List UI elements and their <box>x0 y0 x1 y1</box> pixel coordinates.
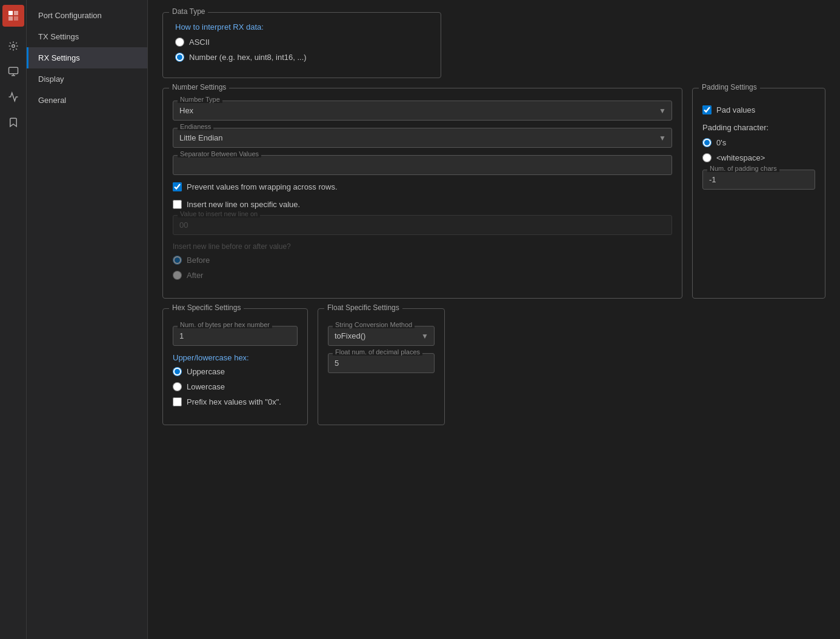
endianess-select[interactable]: Little Endian Big Endian <box>173 128 672 148</box>
insert-newline-checkbox-item[interactable]: Insert new line on specific value. <box>173 200 672 209</box>
prefix-label: Prefix hex values with "0x". <box>187 397 281 406</box>
padding-char-label: Padding character: <box>702 123 815 132</box>
whitespace-label: <whitespace> <box>716 153 765 162</box>
number-radio-item[interactable]: Number (e.g. hex, uint8, int16, ...) <box>175 53 428 62</box>
pad-values-checkbox[interactable] <box>702 105 712 114</box>
num-bytes-label: Num. of bytes per hex number <box>178 321 272 328</box>
separator-input[interactable] <box>173 155 672 175</box>
prevent-wrapping-checkbox[interactable] <box>173 182 182 191</box>
middle-row: Number Settings Number Type Hex uint8 in… <box>162 88 825 299</box>
prevent-wrapping-label: Prevent values from wrapping across rows… <box>187 182 338 191</box>
separator-group: Separator Between Values <box>173 155 672 175</box>
string-conversion-label: String Conversion Method <box>333 321 415 328</box>
nav-item-general[interactable]: General <box>27 90 147 111</box>
after-label: After <box>187 271 203 280</box>
app-logo[interactable] <box>2 5 24 27</box>
nav-item-display[interactable]: Display <box>27 68 147 90</box>
upper-lowercase-label: Upper/lowercase hex: <box>173 353 298 362</box>
string-conversion-wrapper: String Conversion Method toFixed() toExp… <box>328 326 435 346</box>
zeros-label: 0's <box>716 138 726 147</box>
insert-newline-label: Insert new line on specific value. <box>187 200 300 209</box>
value-newline-label: Value to insert new line on <box>178 210 260 217</box>
lowercase-label: Lowercase <box>187 382 225 391</box>
bottom-row: Hex Specific Settings Num. of bytes per … <box>162 308 825 425</box>
chart-nav-icon[interactable] <box>2 86 24 108</box>
zeros-radio-item[interactable]: 0's <box>702 138 815 147</box>
number-type-label: Number Type <box>178 96 222 103</box>
settings-nav-icon[interactable] <box>2 35 24 57</box>
lowercase-radio-item[interactable]: Lowercase <box>173 382 298 391</box>
after-radio-item[interactable]: After <box>173 271 672 280</box>
string-conversion-select[interactable]: toFixed() toExponential() toPrecision() <box>328 326 435 346</box>
uppercase-radio-item[interactable]: Uppercase <box>173 367 298 376</box>
svg-rect-1 <box>14 11 18 15</box>
svg-rect-3 <box>14 16 18 21</box>
ascii-label: ASCII <box>189 38 210 47</box>
uppercase-radio[interactable] <box>173 367 182 376</box>
how-to-label: How to interpret RX data: <box>175 22 428 31</box>
whitespace-radio[interactable] <box>702 153 712 162</box>
number-settings-box: Number Settings Number Type Hex uint8 in… <box>162 88 682 299</box>
float-settings-title: Float Specific Settings <box>324 303 402 312</box>
insert-newline-checkbox[interactable] <box>173 200 182 209</box>
num-bytes-input[interactable] <box>173 326 298 346</box>
value-newline-group: Value to insert new line on <box>173 215 672 235</box>
float-settings-box: Float Specific Settings String Conversio… <box>318 308 445 425</box>
ascii-radio[interactable] <box>175 38 184 47</box>
pad-values-checkbox-item[interactable]: Pad values <box>702 105 815 114</box>
num-padding-chars-input[interactable] <box>702 170 815 190</box>
before-label: Before <box>187 256 210 265</box>
svg-rect-5 <box>8 67 18 74</box>
nav-item-port-configuration[interactable]: Port Configuration <box>27 5 147 26</box>
num-padding-chars-label: Num. of padding chars <box>707 165 779 172</box>
display-nav-icon[interactable] <box>2 61 24 82</box>
svg-point-4 <box>12 45 15 48</box>
nav-sidebar: Port Configuration TX Settings RX Settin… <box>27 0 148 639</box>
number-label: Number (e.g. hex, uint8, int16, ...) <box>189 53 307 62</box>
hex-settings-box: Hex Specific Settings Num. of bytes per … <box>162 308 308 425</box>
zeros-radio[interactable] <box>702 138 712 147</box>
svg-rect-2 <box>8 16 13 21</box>
main-content: Data Type How to interpret RX data: ASCI… <box>148 0 840 639</box>
prefix-checkbox-item[interactable]: Prefix hex values with "0x". <box>173 397 298 406</box>
before-after-group: Insert new line before or after value? B… <box>173 242 672 280</box>
number-type-select[interactable]: Hex uint8 int8 uint16 int16 float32 <box>173 101 672 121</box>
prevent-wrapping-checkbox-item[interactable]: Prevent values from wrapping across rows… <box>173 182 672 191</box>
number-type-wrapper: Number Type Hex uint8 int8 uint16 int16 … <box>173 101 672 121</box>
padding-settings-box: Padding Settings Pad values Padding char… <box>692 88 825 299</box>
prefix-checkbox[interactable] <box>173 397 182 406</box>
data-type-title: Data Type <box>169 7 208 16</box>
float-decimal-group: Float num. of decimal places <box>328 353 435 373</box>
ascii-radio-item[interactable]: ASCII <box>175 38 428 47</box>
value-newline-input[interactable] <box>173 215 672 235</box>
float-decimal-label: Float num. of decimal places <box>333 348 422 356</box>
data-type-section: Data Type How to interpret RX data: ASCI… <box>162 12 441 78</box>
num-bytes-group: Num. of bytes per hex number <box>173 326 298 346</box>
number-settings-title: Number Settings <box>169 83 229 91</box>
before-radio[interactable] <box>173 256 182 265</box>
float-decimal-input[interactable] <box>328 353 435 373</box>
separator-label: Separator Between Values <box>178 150 261 157</box>
lowercase-radio[interactable] <box>173 382 182 391</box>
svg-rect-0 <box>8 11 13 15</box>
nav-item-tx-settings[interactable]: TX Settings <box>27 26 147 47</box>
num-padding-chars-group: Num. of padding chars <box>702 170 815 190</box>
pad-section: Pad values Padding character: 0's <white… <box>702 101 815 190</box>
bookmark-nav-icon[interactable] <box>2 111 24 133</box>
whitespace-radio-item[interactable]: <whitespace> <box>702 153 815 162</box>
before-after-label: Insert new line before or after value? <box>173 242 672 251</box>
nav-item-rx-settings[interactable]: RX Settings <box>27 47 147 68</box>
endianess-label: Endianess <box>178 123 213 130</box>
pad-values-label: Pad values <box>716 105 755 114</box>
icon-rail <box>0 0 27 639</box>
padding-settings-title: Padding Settings <box>699 83 760 91</box>
endianess-wrapper: Endianess Little Endian Big Endian ▼ <box>173 128 672 148</box>
uppercase-label: Uppercase <box>187 367 225 376</box>
after-radio[interactable] <box>173 271 182 280</box>
hex-settings-title: Hex Specific Settings <box>169 303 244 312</box>
number-radio[interactable] <box>175 53 184 62</box>
before-radio-item[interactable]: Before <box>173 256 672 265</box>
